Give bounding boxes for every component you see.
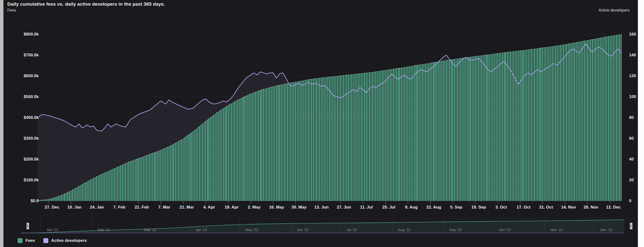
fees-bar <box>124 164 125 201</box>
fees-bar-cap <box>345 75 346 76</box>
fees-bar <box>406 67 407 201</box>
fees-bar <box>396 68 397 201</box>
main-chart-plot <box>4 0 638 247</box>
fees-bar-cap <box>518 51 519 51</box>
fees-bar <box>141 157 142 201</box>
fees-bar <box>286 84 287 201</box>
fees-bar-cap <box>125 163 126 164</box>
fees-bar <box>122 165 123 201</box>
fees-bar <box>212 116 213 201</box>
fees-bar-cap <box>138 158 139 159</box>
fees-bar-cap <box>492 54 494 54</box>
fees-bar <box>424 64 425 201</box>
fees-bar-cap <box>260 90 261 91</box>
fees-bar <box>529 49 530 201</box>
fees-bar-cap <box>407 67 408 67</box>
fees-bar <box>375 72 376 201</box>
fees-bar <box>104 173 105 201</box>
fees-bar <box>184 137 186 201</box>
fees-bar-cap <box>265 89 266 89</box>
fees-bar <box>597 38 598 201</box>
fees-bar <box>265 89 266 201</box>
fees-bar <box>318 78 319 201</box>
fees-bar-cap <box>322 78 324 78</box>
fees-bar-cap <box>515 51 516 52</box>
fees-bar-cap <box>571 43 572 44</box>
fees-bar <box>136 159 138 201</box>
fees-bar-cap <box>418 65 420 65</box>
fees-bar <box>75 188 76 201</box>
fees-bar-cap <box>588 40 590 40</box>
fees-bar <box>398 68 399 201</box>
fees-bar-cap <box>500 53 502 54</box>
fees-bar-cap <box>572 43 574 43</box>
legend-item-active-developers[interactable]: Active developers <box>43 238 87 243</box>
fees-bar <box>619 34 620 201</box>
fees-bar-cap <box>539 48 540 48</box>
fees-bar <box>488 55 489 201</box>
page-edge-left <box>0 0 4 247</box>
fees-bar-cap <box>54 197 56 198</box>
fees-bar-cap <box>109 170 110 171</box>
fees-bar-cap <box>221 109 222 110</box>
navigator-month-label: Apr '22 <box>196 228 207 232</box>
fees-bar <box>361 73 362 201</box>
fees-bar-cap <box>613 36 614 36</box>
legend-item-fees[interactable]: Fees <box>18 238 35 243</box>
right-axis-tick-label: 120 <box>629 74 644 78</box>
fees-bar-cap <box>510 52 511 52</box>
fees-bar-cap <box>300 81 301 81</box>
fees-bar-cap <box>256 92 258 92</box>
fees-bar <box>61 195 62 201</box>
fees-bar <box>94 178 96 201</box>
fees-bar-cap <box>204 122 205 122</box>
fees-bar <box>532 49 534 201</box>
fees-bar <box>507 52 508 201</box>
fees-bar <box>388 70 390 201</box>
fees-bar <box>112 169 114 201</box>
fees-bar <box>582 41 584 201</box>
navigator-month-label: Oct '22 <box>499 228 510 232</box>
fees-bar-cap <box>210 117 211 118</box>
fees-bar <box>468 57 470 201</box>
fees-bar-cap <box>286 84 287 84</box>
fees-bar <box>590 40 591 201</box>
fees-bar-cap <box>513 51 514 52</box>
fees-bar <box>480 56 481 201</box>
fees-bar <box>418 65 420 201</box>
fees-bar-cap <box>318 78 319 79</box>
fees-bar-cap <box>552 46 553 47</box>
fees-bar <box>492 54 494 201</box>
fees-bar <box>252 93 253 201</box>
fees-bar <box>110 170 112 201</box>
fees-bar-cap <box>393 69 394 69</box>
fees-bar-cap <box>94 178 96 178</box>
fees-bar-cap <box>327 77 328 78</box>
fees-bar <box>555 46 556 201</box>
navigator-handle-left[interactable] <box>26 223 29 229</box>
navigator-handle-right[interactable] <box>630 223 632 229</box>
fees-bar-cap <box>505 52 506 53</box>
fees-bar-cap <box>430 63 431 64</box>
fees-bar-cap <box>212 116 213 116</box>
fees-bar <box>616 35 617 201</box>
fees-bar-cap <box>473 56 474 57</box>
fees-bar <box>547 47 548 201</box>
right-axis-tick-label: 140 <box>629 53 644 58</box>
fees-bar-cap <box>448 60 449 60</box>
fees-bar-cap <box>412 66 414 66</box>
fees-bar <box>197 128 198 201</box>
fees-bar <box>279 85 280 201</box>
fees-bar <box>173 144 174 201</box>
fees-bar-cap <box>261 90 262 90</box>
fees-bar-cap <box>118 166 120 167</box>
page-edge-right <box>638 0 644 247</box>
fees-bar <box>58 196 59 201</box>
fees-bar-cap <box>250 94 252 94</box>
fees-bar <box>85 182 86 201</box>
fees-bar-cap <box>311 79 312 80</box>
fees-bar <box>66 193 67 201</box>
fees-bar-cap <box>258 91 259 91</box>
fees-bar-cap <box>303 80 304 81</box>
fees-bar-cap <box>51 198 52 199</box>
